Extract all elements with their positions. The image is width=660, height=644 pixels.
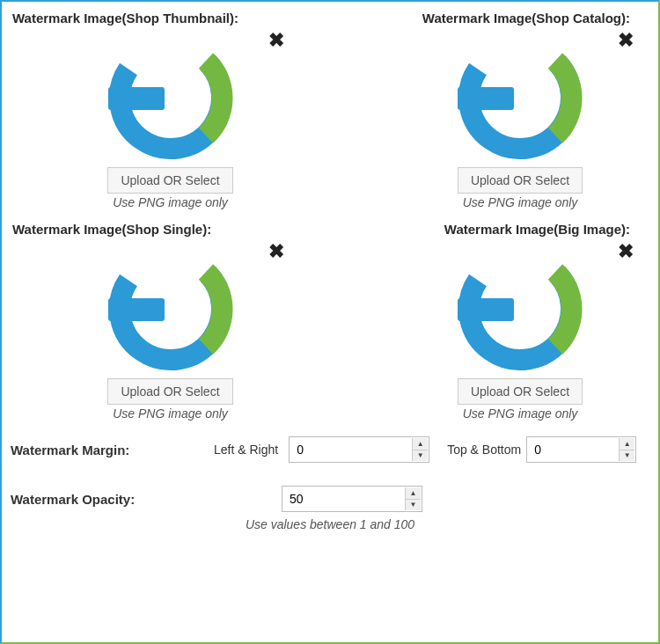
remove-image-icon[interactable]: ✖ bbox=[618, 242, 634, 261]
remove-image-icon[interactable]: ✖ bbox=[618, 31, 634, 50]
upload-cell-thumb: Watermark Image(Shop Thumbnail): ✖ Uploa… bbox=[11, 9, 330, 220]
number-spinner: ▲ ▼ bbox=[619, 438, 634, 461]
upload-title: Watermark Image(Big Image): bbox=[332, 222, 648, 237]
decrement-icon[interactable]: ▼ bbox=[412, 450, 428, 462]
watermark-logo-icon bbox=[96, 245, 246, 373]
margin-top-bottom-group: Top & Bottom ▲ ▼ bbox=[444, 436, 636, 463]
opacity-input[interactable] bbox=[282, 487, 422, 511]
increment-icon[interactable]: ▲ bbox=[412, 438, 428, 450]
decrement-icon[interactable]: ▼ bbox=[619, 450, 634, 462]
upload-row-2: Watermark Image(Shop Single): ✖ Upload O… bbox=[11, 220, 649, 431]
watermark-opacity-row: Watermark Opacity: ▲ ▼ bbox=[11, 482, 649, 516]
upload-cell-single: Watermark Image(Shop Single): ✖ Upload O… bbox=[11, 220, 330, 431]
upload-hint: Use PNG image only bbox=[410, 195, 630, 209]
margin-label: Watermark Margin: bbox=[11, 443, 209, 457]
preview-wrap: ✖ Upload OR Select Use PNG image only bbox=[61, 245, 281, 421]
remove-image-icon[interactable]: ✖ bbox=[268, 31, 284, 50]
margin-top-bottom-field: ▲ ▼ bbox=[526, 436, 636, 463]
number-spinner: ▲ ▼ bbox=[405, 487, 421, 510]
upload-title: Watermark Image(Shop Single): bbox=[12, 222, 328, 237]
watermark-logo-icon bbox=[96, 34, 246, 162]
margin-left-right-input[interactable] bbox=[290, 437, 429, 462]
upload-cell-catalog: Watermark Image(Shop Catalog): ✖ Upload … bbox=[330, 9, 649, 220]
margin-left-right-field: ▲ ▼ bbox=[289, 436, 429, 463]
svg-rect-3 bbox=[458, 87, 514, 110]
increment-icon[interactable]: ▲ bbox=[405, 487, 421, 499]
upload-select-button[interactable]: Upload OR Select bbox=[458, 167, 583, 194]
upload-select-button[interactable]: Upload OR Select bbox=[107, 378, 232, 405]
svg-rect-7 bbox=[458, 298, 514, 321]
upload-title: Watermark Image(Shop Thumbnail): bbox=[12, 11, 328, 26]
opacity-field: ▲ ▼ bbox=[282, 486, 422, 512]
decrement-icon[interactable]: ▼ bbox=[405, 499, 421, 511]
watermark-logo-icon bbox=[445, 245, 595, 373]
upload-cell-big: Watermark Image(Big Image): ✖ Upload OR … bbox=[330, 220, 649, 431]
upload-select-button[interactable]: Upload OR Select bbox=[107, 167, 232, 194]
upload-hint: Use PNG image only bbox=[410, 406, 630, 421]
opacity-label: Watermark Opacity: bbox=[11, 492, 209, 507]
upload-select-button[interactable]: Upload OR Select bbox=[458, 378, 583, 405]
upload-row-1: Watermark Image(Shop Thumbnail): ✖ Uploa… bbox=[11, 9, 649, 220]
upload-hint: Use PNG image only bbox=[61, 195, 281, 209]
watermark-settings-panel: Watermark Image(Shop Thumbnail): ✖ Uploa… bbox=[0, 0, 660, 644]
opacity-hint: Use values between 1 and 100 bbox=[11, 517, 649, 531]
upload-title: Watermark Image(Shop Catalog): bbox=[332, 11, 648, 26]
svg-rect-5 bbox=[108, 298, 165, 321]
preview-wrap: ✖ Upload OR Select Use PNG image only bbox=[410, 245, 630, 421]
watermark-logo-icon bbox=[445, 34, 595, 162]
preview-wrap: ✖ Upload OR Select Use PNG image only bbox=[410, 34, 630, 209]
preview-wrap: ✖ Upload OR Select Use PNG image only bbox=[61, 34, 281, 209]
margin-top-bottom-label: Top & Bottom bbox=[444, 443, 526, 457]
svg-rect-1 bbox=[108, 87, 165, 110]
watermark-margin-row: Watermark Margin: Left & Right ▲ ▼ Top &… bbox=[11, 433, 649, 466]
increment-icon[interactable]: ▲ bbox=[619, 438, 634, 450]
margin-left-right-label: Left & Right bbox=[214, 443, 283, 457]
number-spinner: ▲ ▼ bbox=[412, 438, 428, 461]
remove-image-icon[interactable]: ✖ bbox=[268, 242, 284, 261]
upload-hint: Use PNG image only bbox=[61, 406, 281, 421]
